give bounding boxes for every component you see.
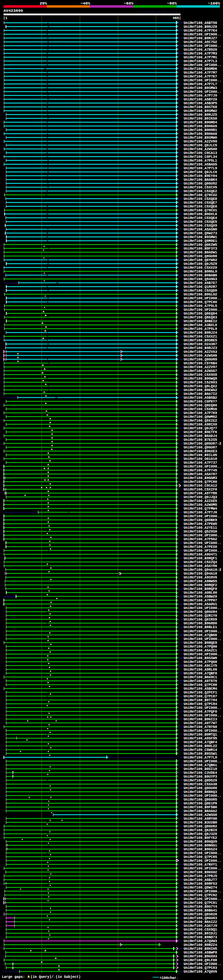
svg-text:UniRef100_B9ND73: UniRef100_B9ND73 (184, 935, 217, 939)
svg-text:UniRef100_Q8GU87: UniRef100_Q8GU87 (184, 445, 217, 450)
svg-text:UniRef100_B8ABK4: UniRef100_B8ABK4 (184, 178, 217, 182)
svg-text:UniRef100_A9U4T1: UniRef100_A9U4T1 (184, 553, 217, 557)
svg-text:UniRef100_A2WSH6: UniRef100_A2WSH6 (184, 354, 217, 358)
svg-text:UniRef100_Q7PC87: UniRef100_Q7PC87 (184, 695, 217, 698)
svg-text:UniRef100_A7P7K7: UniRef100_A7P7K7 (184, 75, 217, 79)
svg-text:UniRef100_UPI000..: UniRef100_UPI000.. (184, 714, 221, 718)
svg-text:UniRef100_B9GVL6: UniRef100_B9GVL6 (184, 212, 217, 216)
svg-text:UniRef100_UPI000..: UniRef100_UPI000.. (184, 962, 221, 966)
svg-text:UniRef100_B8BEI2: UniRef100_B8BEI2 (184, 320, 217, 323)
svg-text:UniRef100_Q7PC86: UniRef100_Q7PC86 (184, 480, 217, 484)
svg-text:UniRef100_A7PRJ5: UniRef100_A7PRJ5 (184, 874, 217, 878)
svg-text:UniRef100_A7P737: UniRef100_A7P737 (184, 461, 217, 465)
svg-text:UniRef100_Q8GU85: UniRef100_Q8GU85 (184, 798, 217, 802)
svg-text:(in Subject): (in Subject) (56, 975, 81, 979)
svg-text:UniRef100_A2ZV97: UniRef100_A2ZV97 (184, 365, 217, 369)
svg-text:UniRef100_B9EY04: UniRef100_B9EY04 (184, 174, 217, 178)
svg-text:UniRef100_Q0J5Z9: UniRef100_Q0J5Z9 (184, 262, 217, 266)
svg-text:UniRef100_Q94A18: UniRef100_Q94A18 (184, 572, 217, 576)
svg-text:UniRef100_A7P7L3: UniRef100_A7P7L3 (184, 59, 217, 63)
svg-text:~80%: ~80% (167, 1, 177, 6)
svg-text:UniRef100_UPI000..: UniRef100_UPI000.. (184, 867, 221, 870)
svg-text:UniRef100_A7P7M1: UniRef100_A7P7M1 (184, 56, 217, 59)
svg-text:UniRef100_UPI000..: UniRef100_UPI000.. (184, 33, 221, 37)
svg-text:UniRef100_Q9LFH0: UniRef100_Q9LFH0 (184, 958, 217, 962)
svg-text:UniRef100_UPI000..: UniRef100_UPI000.. (184, 859, 221, 863)
svg-text:UniRef100_A5B5B2: UniRef100_A5B5B2 (184, 396, 217, 400)
svg-text:UniRef100_A7NVY1: UniRef100_A7NVY1 (184, 863, 217, 867)
svg-text:UniRef100_A5BWZ0: UniRef100_A5BWZ0 (184, 595, 217, 599)
svg-text:UniRef100_UPI000..: UniRef100_UPI000.. (184, 851, 221, 855)
svg-text:UniRef100_Q8GU92: UniRef100_Q8GU92 (184, 182, 217, 186)
svg-text:UniRef100_A9SF95: UniRef100_A9SF95 (184, 737, 217, 740)
svg-text:UniRef100_A9T7W7: UniRef100_A9T7W7 (184, 721, 217, 725)
svg-text:UniRef100_Q94A18-2: UniRef100_Q94A18-2 (184, 568, 221, 572)
svg-text:UniRef100_A7P5L1: UniRef100_A7P5L1 (184, 159, 217, 163)
svg-text:UniRef100_B7E2S5: UniRef100_B7E2S5 (184, 438, 217, 442)
svg-text:UniRef100_A7P7M3: UniRef100_A7P7M3 (184, 52, 217, 56)
svg-text:UniRef100_C5XQE5: UniRef100_C5XQE5 (184, 220, 217, 224)
svg-text:UniRef100_A2WSG8: UniRef100_A2WSG8 (184, 813, 217, 817)
svg-text:UniRef100_B9RZZ4: UniRef100_B9RZZ4 (184, 943, 217, 947)
svg-text:UniRef100_B9SRE5: UniRef100_B9SRE5 (184, 339, 217, 342)
svg-text:UniRef100_B9SMW3: UniRef100_B9SMW3 (184, 86, 217, 90)
svg-text:UniRef100_A7P7K9: UniRef100_A7P7K9 (184, 411, 217, 415)
svg-text:UniRef100_Q6EQ64: UniRef100_Q6EQ64 (184, 312, 217, 316)
svg-text:UniRef100_UPI000..: UniRef100_UPI000.. (184, 514, 221, 518)
svg-text:UniRef100_B9SMW2: UniRef100_B9SMW2 (184, 109, 217, 113)
svg-text:UniRef100_B9GII3: UniRef100_B9GII3 (184, 718, 217, 721)
svg-text:UniRef100_Q0J3Z6: UniRef100_Q0J3Z6 (184, 832, 217, 836)
svg-text:UniRef100_A7P7L8: UniRef100_A7P7L8 (184, 756, 217, 760)
svg-text:UniRef100_Q5Z9S8: UniRef100_Q5Z9S8 (184, 530, 217, 534)
svg-text:UniRef100_A5C1Y5: UniRef100_A5C1Y5 (184, 664, 217, 668)
svg-text:UniRef100_Q1M2R7: UniRef100_Q1M2R7 (184, 285, 217, 289)
svg-text:Large gaps:: Large gaps: (2, 975, 25, 979)
svg-text:UniRef100_A2WSH0: UniRef100_A2WSH0 (184, 147, 217, 151)
svg-text:UniRef100_A5BWP8: UniRef100_A5BWP8 (184, 951, 217, 955)
svg-text:UniRef100_C5XQD9: UniRef100_C5XQD9 (184, 289, 217, 293)
svg-text:UniRef100_B3U2B8: UniRef100_B3U2B8 (184, 821, 217, 825)
svg-text:UniRef100_Q6EQ63: UniRef100_Q6EQ63 (184, 316, 217, 320)
svg-text:UniRef100_Q949G3: UniRef100_Q949G3 (184, 277, 217, 281)
svg-text:UniRef100_Q8LQX2: UniRef100_Q8LQX2 (184, 385, 217, 388)
svg-text:UniRef100_Q0D5Z6: UniRef100_Q0D5Z6 (184, 779, 217, 783)
svg-text:UniRef100_C5WR14: UniRef100_C5WR14 (184, 748, 217, 752)
svg-text:UniRef100_B9GWQ9: UniRef100_B9GWQ9 (184, 377, 217, 381)
svg-text:UniRef100_Q8GU88: UniRef100_Q8GU88 (184, 255, 217, 258)
svg-text:UniRef100_Q7PC80: UniRef100_Q7PC80 (184, 301, 217, 304)
svg-text:UniRef100_C5XQE2: UniRef100_C5XQE2 (184, 189, 217, 193)
svg-text:UniRef100_UPI000..: UniRef100_UPI000.. (184, 541, 221, 545)
svg-text:UniRef100_B9RFG3: UniRef100_B9RFG3 (184, 882, 217, 886)
svg-text:UniRef100_O24367: UniRef100_O24367 (184, 342, 217, 346)
svg-text:UniRef100_B9NGG1: UniRef100_B9NGG1 (184, 844, 217, 848)
svg-text:UniRef100_Q7PC88: UniRef100_Q7PC88 (184, 683, 217, 687)
svg-text:UniRef100_A9RYH8: UniRef100_A9RYH8 (184, 817, 217, 821)
svg-text:UniRef100_Q5W273: UniRef100_Q5W273 (184, 232, 217, 235)
svg-text:UniRef100_UPI000..: UniRef100_UPI000.. (184, 889, 221, 893)
svg-text:UniRef100_A7P7L7: UniRef100_A7P7L7 (184, 83, 217, 86)
svg-text:UniRef100_C5X9X6: UniRef100_C5X9X6 (184, 373, 217, 377)
svg-text:UniRef100_B9GGM3: UniRef100_B9GGM3 (184, 476, 217, 480)
svg-text:UniRef100_A9S9V0: UniRef100_A9S9V0 (184, 576, 217, 579)
svg-text:UniRef100_Q76CU1: UniRef100_Q76CU1 (184, 208, 217, 212)
svg-text:UniRef100_A7QBF4: UniRef100_A7QBF4 (184, 740, 217, 744)
svg-text:UniRef100_A5C7G2: UniRef100_A5C7G2 (184, 40, 217, 44)
svg-text:UniRef100_B8AIZ2: UniRef100_B8AIZ2 (184, 920, 217, 924)
svg-text:UniRef100_A5BYZ0: UniRef100_A5BYZ0 (184, 98, 217, 102)
svg-text:UniRef100_A2WSG7: UniRef100_A2WSG7 (184, 369, 217, 373)
svg-text:UniRef100_B9GSZ4: UniRef100_B9GSZ4 (184, 848, 217, 851)
svg-text:UniRef100_B8BLE1: UniRef100_B8BLE1 (184, 625, 217, 629)
svg-text:UniRef100_B9GMD6: UniRef100_B9GMD6 (184, 67, 217, 71)
svg-text:465|: 465| (172, 16, 181, 20)
svg-text:UniRef100_Q0JLC6: UniRef100_Q0JLC6 (184, 170, 217, 174)
svg-text:UniRef100_Q6ZBI0: UniRef100_Q6ZBI0 (184, 829, 217, 832)
svg-text:UniRef100_Q9M9E1: UniRef100_Q9M9E1 (184, 239, 217, 243)
svg-text:UniRef100_A7P5L9: UniRef100_A7P5L9 (184, 327, 217, 331)
svg-text:UniRef100_UPI000..: UniRef100_UPI000.. (184, 549, 221, 553)
svg-text:UniRef100_A7PEW5: UniRef100_A7PEW5 (184, 522, 217, 526)
svg-text:UniRef100_A3A7J9: UniRef100_A3A7J9 (184, 924, 217, 928)
svg-text:UniRef100_A7Q0W3: UniRef100_A7Q0W3 (184, 939, 217, 943)
svg-text:UniRef100_A9T5T6: UniRef100_A9T5T6 (184, 679, 217, 683)
svg-text:~60%: ~60% (124, 1, 134, 6)
svg-text:UniRef100_Q7PC84: UniRef100_Q7PC84 (184, 702, 217, 706)
